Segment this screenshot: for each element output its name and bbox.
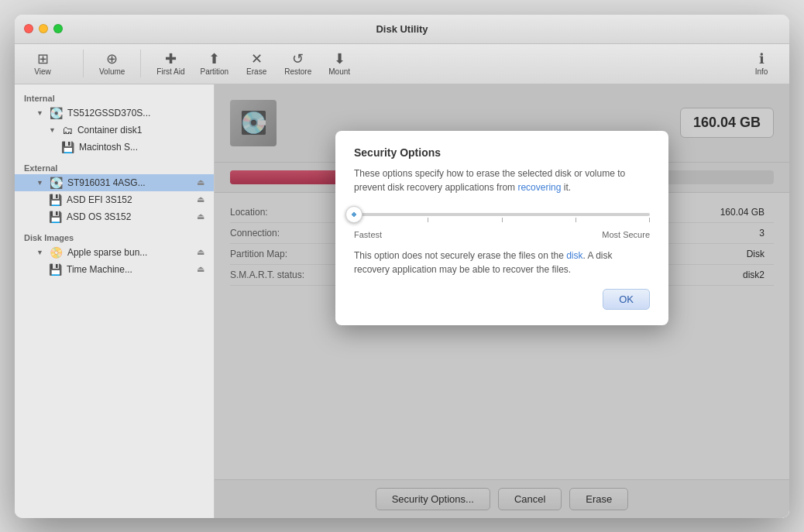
eject-button[interactable]: ⏏ <box>197 211 204 221</box>
triangle-icon: ▼ <box>36 179 43 187</box>
app-window: Disk Utility ⊞ View ⊕ Volume ✚ First Aid… <box>15 15 789 518</box>
ok-button[interactable]: OK <box>603 289 650 310</box>
sidebar-item-label: ST916031 4ASG... <box>67 177 146 188</box>
main-content: Internal ▼ 💽 TS512GSSD370S... ▼ 🗂 Contai… <box>15 84 789 518</box>
erase-label: Erase <box>246 67 266 76</box>
restore-button[interactable]: ↺ Restore <box>278 49 318 79</box>
internal-header: Internal <box>15 91 214 105</box>
sidebar-item-asd-os[interactable]: 💾 ASD OS 3S152 ⏏ <box>15 208 214 225</box>
sidebar-item-label: Apple sparse bun... <box>67 247 147 258</box>
view-label: View <box>34 67 51 76</box>
sidebar-item-label: Time Machine... <box>67 264 132 275</box>
warning-disk-highlight: disk <box>566 250 582 261</box>
restore-label: Restore <box>284 67 311 76</box>
sidebar-item-time-machine[interactable]: 💾 Time Machine... ⏏ <box>15 261 214 278</box>
disk-image-icon: 📀 <box>50 246 63 259</box>
eject-button[interactable]: ⏏ <box>197 177 204 187</box>
first-aid-label: First Aid <box>156 67 184 76</box>
warning-part1: This option does not securely erase the … <box>354 250 566 261</box>
erase-button[interactable]: ✕ Erase <box>238 49 275 79</box>
sidebar-item-label: Container disk1 <box>77 125 142 136</box>
volume-icon: 💾 <box>61 141 74 153</box>
sidebar-item-apple-sparse[interactable]: ▼ 📀 Apple sparse bun... ⏏ <box>15 244 214 261</box>
sidebar-item-container1[interactable]: ▼ 🗂 Container disk1 <box>15 122 214 139</box>
slider-labels: Fastest Most Secure <box>354 230 650 239</box>
slider-thumb[interactable] <box>345 206 362 223</box>
maximize-button[interactable] <box>53 24 63 33</box>
slider-container <box>354 207 650 227</box>
mount-button[interactable]: ⬇ Mount <box>321 49 358 79</box>
window-title: Disk Utility <box>376 23 428 35</box>
modal-description: These options specify how to erase the s… <box>354 166 650 194</box>
sidebar: Internal ▼ 💽 TS512GSSD370S... ▼ 🗂 Contai… <box>15 84 215 518</box>
triangle-icon: ▼ <box>49 126 56 134</box>
tick-2 <box>428 218 428 222</box>
modal-overlay: Security Options These options specify h… <box>215 84 789 518</box>
modal-buttons: OK <box>354 289 650 310</box>
first-aid-icon: ✚ <box>165 52 177 66</box>
volume-icon: ⊕ <box>106 52 118 66</box>
toolbar-separator-2 <box>140 50 141 77</box>
external-header: External <box>15 160 214 174</box>
partition-icon: ⬆ <box>208 52 220 66</box>
security-options-modal: Security Options These options specify h… <box>335 131 668 325</box>
modal-warning: This option does not securely erase the … <box>354 249 650 276</box>
modal-desc-part2: it. <box>561 182 571 193</box>
sidebar-item-st916031[interactable]: ▼ 💽 ST916031 4ASG... ⏏ <box>15 174 214 191</box>
eject-button[interactable]: ⏏ <box>197 194 204 204</box>
sidebar-item-label: Macintosh S... <box>79 142 138 153</box>
view-group: ⊞ View <box>24 49 61 79</box>
partition-button[interactable]: ⬆ Partition <box>194 49 235 79</box>
view-button[interactable]: ⊞ View <box>24 49 61 79</box>
detail-pane: 💽 160.04 GB Location: External <box>215 84 789 518</box>
sidebar-item-label: TS512GSSD370S... <box>67 108 150 118</box>
sidebar-item-label: ASD EFI 3S152 <box>67 194 132 205</box>
sidebar-item-macintosh[interactable]: 💾 Macintosh S... <box>15 139 214 156</box>
tick-4 <box>576 218 576 222</box>
slider-right-label: Most Secure <box>602 230 650 239</box>
modal-desc-part1: These options specify how to erase the s… <box>354 168 625 193</box>
traffic-lights <box>24 24 63 33</box>
tick-3 <box>502 218 503 222</box>
mount-icon: ⬇ <box>334 52 345 66</box>
slider-ticks <box>354 216 650 224</box>
info-icon: ℹ <box>759 52 764 66</box>
eject-button[interactable]: ⏏ <box>197 264 204 274</box>
slider-track <box>354 213 650 216</box>
disk-icon: 💽 <box>50 177 63 189</box>
close-button[interactable] <box>24 24 33 33</box>
sidebar-item-ts512[interactable]: ▼ 💽 TS512GSSD370S... <box>15 105 214 122</box>
slider-left-label: Fastest <box>354 230 382 239</box>
modal-desc-highlight: recovering <box>517 182 561 193</box>
partition-label: Partition <box>200 67 228 76</box>
erase-icon: ✕ <box>251 52 263 66</box>
disk-images-header: Disk Images <box>15 230 214 244</box>
triangle-icon: ▼ <box>36 249 43 256</box>
restore-icon: ↺ <box>292 52 304 66</box>
view-icon: ⊞ <box>37 52 49 66</box>
toolbar: ⊞ View ⊕ Volume ✚ First Aid ⬆ Partition … <box>15 44 789 84</box>
modal-title: Security Options <box>354 146 650 159</box>
info-label: Info <box>755 67 768 76</box>
sidebar-item-asd-efi[interactable]: 💾 ASD EFI 3S152 ⏏ <box>15 191 214 208</box>
first-aid-button[interactable]: ✚ First Aid <box>150 49 191 79</box>
tick-5 <box>649 218 650 222</box>
sidebar-item-label: ASD OS 3S152 <box>67 211 131 222</box>
title-bar: Disk Utility <box>15 15 789 44</box>
minimize-button[interactable] <box>39 24 48 33</box>
volume-label: Volume <box>99 67 125 76</box>
eject-button[interactable]: ⏏ <box>197 247 204 257</box>
triangle-icon: ▼ <box>36 109 43 117</box>
volume-icon: 💾 <box>49 194 62 206</box>
disk-icon: 💽 <box>50 107 63 119</box>
volume-icon: 💾 <box>49 211 62 223</box>
toolbar-separator-1 <box>83 50 84 77</box>
volume-icon: 💾 <box>49 263 62 276</box>
container-icon: 🗂 <box>62 124 73 136</box>
mount-label: Mount <box>328 67 350 76</box>
info-button[interactable]: ℹ Info <box>743 49 780 79</box>
volume-button[interactable]: ⊕ Volume <box>93 49 131 79</box>
